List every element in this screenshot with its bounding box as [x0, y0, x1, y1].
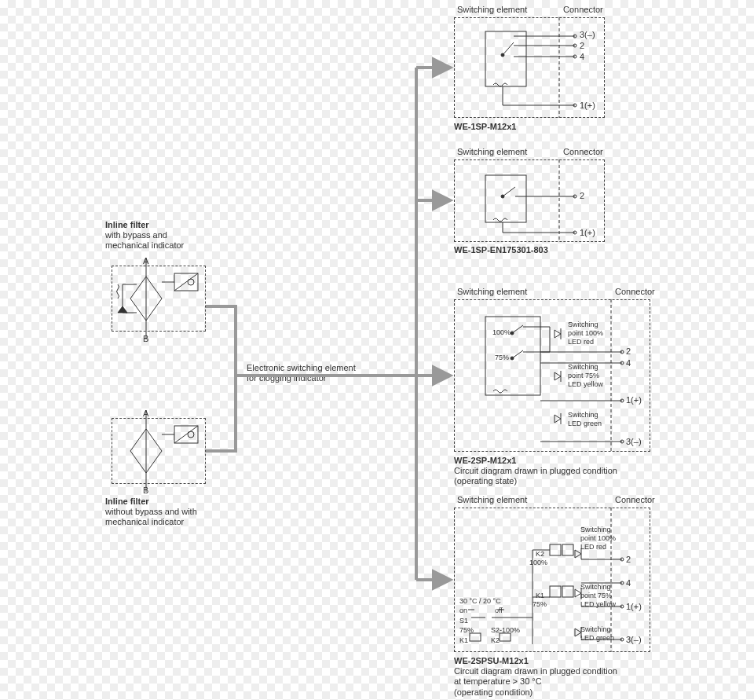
- box3-note2: (operating state): [454, 476, 517, 486]
- box3-pct75: 75%: [495, 354, 509, 362]
- box4-swga: Switching: [580, 625, 611, 633]
- box4-swg: Switching LED green: [580, 625, 614, 643]
- box4-k1a: K1: [459, 636, 468, 645]
- box4-k2: K2: [536, 550, 544, 559]
- box4-pin1: 1(+): [626, 602, 642, 612]
- box2-connector-label: Connector: [563, 147, 603, 157]
- box4-swgb: LED green: [580, 634, 614, 642]
- box3-swg: Switching LED green: [568, 411, 602, 428]
- filter2-port-b: B: [143, 486, 148, 496]
- box3-connector-label: Connector: [615, 287, 655, 297]
- center-line2: for clogging indicator: [247, 373, 327, 383]
- box4-temp: 30 °C / 20 °C: [459, 597, 501, 606]
- box3-sw75: Switching point 75% LED yellow: [568, 363, 603, 388]
- box4-s1: S1: [459, 617, 468, 625]
- box3-swgb: LED green: [568, 420, 602, 427]
- box4-sw75a: Switching: [580, 583, 611, 591]
- box4-sw75c: LED yellow: [580, 600, 616, 608]
- box4-sw75: Switching point 75% LED yellow: [580, 583, 616, 608]
- box2-pin2: 2: [580, 191, 584, 201]
- box4-s1pct: 75%: [459, 626, 474, 635]
- box2-part: WE-1SP-EN175301-803: [454, 245, 548, 255]
- box3-pin2: 2: [626, 346, 631, 357]
- box3-part-block: WE-2SP-M12x1 Circuit diagram drawn in pl…: [454, 456, 617, 487]
- box3-outer: [454, 299, 650, 452]
- box3-sw100b: point 100%: [568, 329, 603, 337]
- center-line1: Electronic switching element: [247, 363, 356, 372]
- filter1-line2: mechanical indicator: [105, 240, 184, 250]
- filter1-line1: with bypass and: [105, 230, 167, 240]
- filter1-port-a: A: [143, 256, 148, 266]
- box4-connector-label: Connector: [615, 495, 655, 505]
- box3-part: WE-2SP-M12x1: [454, 456, 516, 465]
- box1-connector-label: Connector: [563, 5, 603, 15]
- box1-part: WE-1SP-M12x1: [454, 122, 516, 132]
- box3-sw100a: Switching: [568, 321, 598, 328]
- box4-off: off: [495, 607, 503, 615]
- box3-swga: Switching: [568, 411, 598, 419]
- box4-pin2: 2: [626, 555, 631, 565]
- box3-note1: Circuit diagram drawn in plugged conditi…: [454, 466, 617, 475]
- filter1-box: [112, 266, 206, 332]
- filter1-title: Inline filter with bypass and mechanical…: [105, 220, 184, 251]
- box3-pin4: 4: [626, 358, 631, 368]
- box3-sw75c: LED yellow: [568, 380, 603, 388]
- filter1-title-text: Inline filter: [105, 220, 149, 229]
- box1-switching-label: Switching element: [457, 5, 527, 15]
- filter2-port-a: A: [143, 409, 148, 419]
- box3-switching-label: Switching element: [457, 287, 527, 297]
- box4-outer: [454, 508, 650, 652]
- filter2-line2: mechanical indicator: [105, 517, 184, 526]
- filter2-box: [112, 418, 206, 484]
- box3-sw100c: LED red: [568, 338, 594, 346]
- box1-pin4: 4: [580, 52, 584, 62]
- box4-part: WE-2SPSU-M12x1: [454, 656, 529, 665]
- box4-k1pct: 75%: [533, 600, 547, 609]
- box4-part-block: WE-2SPSU-M12x1 Circuit diagram drawn in …: [454, 656, 617, 698]
- box4-sw100b: point 100%: [580, 534, 616, 542]
- box1-pin2: 2: [580, 41, 584, 51]
- box4-k2a: K2: [491, 636, 500, 645]
- box3-pin1: 1(+): [626, 395, 642, 405]
- box3-sw100: Switching point 100% LED red: [568, 321, 603, 346]
- filter2-title-text: Inline filter: [105, 497, 149, 506]
- box4-sw100a: Switching: [580, 526, 611, 533]
- box4-sw75b: point 75%: [580, 592, 612, 599]
- box4-s2: S2-100%: [491, 626, 520, 635]
- box4-sw100: Switching point 100% LED red: [580, 526, 616, 551]
- box4-k2pct: 100%: [529, 559, 547, 567]
- box4-on: on: [459, 607, 467, 615]
- filter1-port-b: B: [143, 334, 148, 344]
- filter2-title: Inline filter without bypass and with me…: [105, 497, 197, 528]
- box4-note3: (operating condition): [454, 687, 533, 697]
- box3-pct100: 100%: [492, 328, 511, 337]
- box4-note2: at temperature > 30 °C: [454, 676, 542, 686]
- box1-pin1: 1(+): [580, 101, 595, 111]
- center-text: Electronic switching element for cloggin…: [247, 363, 404, 383]
- box3-sw75b: point 75%: [568, 372, 599, 379]
- box3-pin3: 3(–): [626, 437, 642, 447]
- box4-pin4: 4: [626, 578, 631, 588]
- box4-switching-label: Switching element: [457, 495, 527, 505]
- filter2-line1: without bypass and with: [105, 507, 197, 516]
- box4-pin3: 3(–): [626, 635, 642, 645]
- box2-switching-label: Switching element: [457, 147, 527, 157]
- box4-sw100c: LED red: [580, 543, 606, 551]
- box4-k1: K1: [536, 592, 544, 600]
- box2-pin1: 1(+): [580, 228, 595, 238]
- box1-pin3: 3(–): [580, 30, 595, 40]
- box4-note1: Circuit diagram drawn in plugged conditi…: [454, 666, 617, 676]
- box3-sw75a: Switching: [568, 363, 598, 371]
